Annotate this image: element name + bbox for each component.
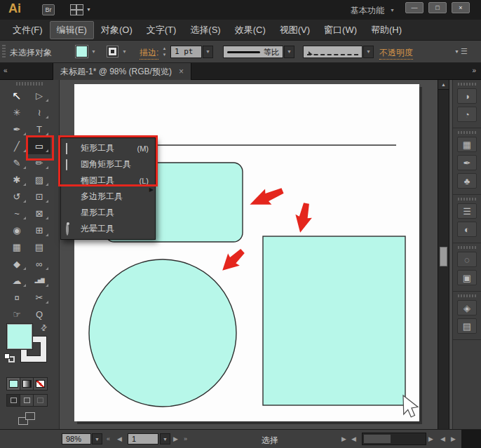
collapse-panels-icon[interactable]: » bbox=[472, 67, 476, 74]
panel-group-grip[interactable] bbox=[458, 198, 476, 201]
panel-group-grip[interactable] bbox=[458, 294, 476, 297]
panel-group-grip[interactable] bbox=[458, 131, 476, 134]
stroke-panel-link[interactable]: 描边: bbox=[140, 47, 158, 60]
document-tab[interactable]: 未标题-1* @ 98% (RGB/预览) × bbox=[53, 63, 191, 80]
flyout-item-polygon-tool[interactable]: 多边形工具 bbox=[61, 189, 155, 205]
gradient-button[interactable] bbox=[20, 378, 34, 390]
eyedropper-tool[interactable]: ◆ bbox=[6, 255, 28, 272]
draw-normal-button[interactable] bbox=[7, 395, 20, 406]
stroke-proxy-caret-icon[interactable]: ▼ bbox=[122, 49, 127, 54]
swap-fill-stroke-icon[interactable]: ⇄ bbox=[39, 323, 50, 334]
artboards-panel-icon[interactable]: ▤ bbox=[457, 318, 477, 334]
minimize-button[interactable]: — bbox=[405, 2, 424, 13]
color-guide-panel-icon[interactable]: ◔ bbox=[457, 107, 477, 122]
stroke-width-stepper[interactable]: ▲ ▼ bbox=[161, 46, 168, 57]
arrange-documents-caret-icon[interactable]: ▼ bbox=[86, 7, 91, 12]
selection-tool[interactable]: ↖ bbox=[6, 87, 28, 104]
menu-effect[interactable]: 效果(C) bbox=[228, 21, 273, 39]
document-tab-close-icon[interactable]: × bbox=[179, 67, 184, 76]
perspective-grid-tool[interactable]: ⊞ bbox=[28, 222, 50, 238]
symbols-panel-icon[interactable]: ♣ bbox=[457, 173, 477, 189]
previous-artboard-icon[interactable]: ◀ bbox=[117, 435, 122, 442]
direct-selection-tool[interactable]: ▷ bbox=[28, 87, 50, 104]
menu-type[interactable]: 文字(T) bbox=[140, 21, 184, 39]
workspace-switcher[interactable]: 基本功能 bbox=[351, 5, 384, 17]
scroll-up-icon[interactable]: ▲ bbox=[438, 80, 449, 90]
profile-caret-icon[interactable]: ▼ bbox=[284, 46, 294, 58]
default-fill-stroke-icon[interactable] bbox=[4, 353, 15, 362]
artboard-caret-icon[interactable]: ▼ bbox=[160, 433, 170, 444]
panel-group-grip[interactable] bbox=[458, 246, 476, 249]
collapse-toolbar-icon[interactable]: « bbox=[4, 67, 8, 74]
scale-tool[interactable]: ⊡ bbox=[28, 188, 50, 205]
shape-builder-tool[interactable]: ◉ bbox=[6, 222, 28, 238]
stroke-width-caret-icon[interactable]: ▼ bbox=[203, 46, 213, 58]
blob-brush-tool[interactable]: ✱ bbox=[6, 171, 28, 188]
menu-view[interactable]: 视图(V) bbox=[273, 21, 317, 39]
slice-tool[interactable]: ✂ bbox=[28, 289, 50, 306]
blend-tool[interactable]: ∞ bbox=[28, 255, 50, 272]
fill-caret-icon[interactable]: ▼ bbox=[91, 49, 96, 54]
artboard-tool[interactable]: ¤ bbox=[6, 289, 28, 306]
width-tool[interactable]: ~ bbox=[6, 205, 28, 222]
swatches-panel-icon[interactable]: ▦ bbox=[457, 137, 477, 152]
pen-tool[interactable]: ✒ bbox=[6, 121, 28, 137]
flyout-item-rectangle-tool[interactable]: 矩形工具 (M) bbox=[61, 140, 155, 156]
stepper-up-icon[interactable]: ▲ bbox=[163, 46, 167, 51]
mesh-tool[interactable]: ▦ bbox=[6, 238, 28, 255]
appearance-panel-icon[interactable]: ◌ bbox=[457, 252, 477, 267]
corner-scroll-right-icon[interactable]: ▶ bbox=[451, 435, 456, 442]
stroke-proxy-icon[interactable] bbox=[107, 46, 118, 57]
layers-panel-icon[interactable]: ◈ bbox=[457, 300, 477, 315]
circle-shape[interactable] bbox=[89, 259, 236, 407]
vertical-scrollbar[interactable]: ▲ bbox=[438, 80, 449, 429]
flyout-item-ellipse-tool[interactable]: 椭圆工具 (L) bbox=[61, 172, 155, 189]
vertical-scroll-thumb[interactable] bbox=[440, 247, 447, 266]
corner-scroll-left-icon[interactable]: ◀ bbox=[440, 435, 445, 442]
fill-color-swatch[interactable] bbox=[76, 46, 88, 57]
zoom-level-field[interactable]: 98% bbox=[62, 433, 91, 444]
menu-edit[interactable]: 编辑(E) bbox=[50, 21, 94, 39]
gradient-tool[interactable]: ▤ bbox=[28, 238, 50, 255]
workspace-caret-icon[interactable]: ▼ bbox=[390, 8, 395, 13]
menu-file[interactable]: 文件(F) bbox=[6, 21, 50, 39]
status-menu-icon[interactable]: ▶ bbox=[341, 435, 346, 442]
color-panel-icon[interactable]: ◑ bbox=[457, 88, 477, 104]
column-graph-tool[interactable]: ▂▅▇ bbox=[28, 272, 50, 289]
flyout-item-star-tool[interactable]: 星形工具 bbox=[61, 205, 155, 221]
bridge-button[interactable]: Br bbox=[42, 4, 55, 15]
width-profile-select[interactable]: 等比 bbox=[223, 46, 283, 58]
line-segment-tool[interactable]: ╱ bbox=[6, 137, 28, 154]
screen-mode-button[interactable] bbox=[18, 412, 35, 425]
rectangle-shape[interactable] bbox=[263, 236, 405, 405]
flyout-tearoff-icon[interactable]: ▶ bbox=[149, 186, 154, 193]
next-artboard-icon[interactable]: ▶ bbox=[173, 435, 178, 442]
eraser-tool[interactable]: ▨ bbox=[28, 171, 50, 188]
artboard-number-field[interactable]: 1 bbox=[128, 433, 158, 444]
control-panel-menu-button[interactable]: ▼ ☰ bbox=[454, 47, 468, 56]
free-transform-tool[interactable]: ⊠ bbox=[28, 205, 50, 222]
stepper-down-icon[interactable]: ▼ bbox=[163, 52, 167, 57]
none-button[interactable] bbox=[34, 378, 47, 390]
brushes-panel-icon[interactable]: ✒ bbox=[457, 155, 477, 170]
flyout-item-flare-tool[interactable]: 光晕工具 bbox=[61, 221, 155, 237]
brush-definition-select[interactable] bbox=[303, 46, 363, 58]
lasso-tool[interactable]: ≀ bbox=[28, 104, 50, 121]
magic-wand-tool[interactable]: ✳ bbox=[6, 104, 28, 121]
draw-behind-button[interactable] bbox=[20, 395, 34, 406]
horizontal-scrollbar[interactable] bbox=[362, 433, 426, 445]
flyout-item-rounded-rectangle-tool[interactable]: 圆角矩形工具 bbox=[61, 156, 155, 172]
color-button[interactable] bbox=[7, 378, 20, 390]
paintbrush-tool[interactable]: ✎ bbox=[6, 154, 28, 171]
menu-help[interactable]: 帮助(H) bbox=[364, 21, 409, 39]
stroke-panel-icon[interactable]: ☰ bbox=[457, 203, 477, 219]
menu-object[interactable]: 对象(O) bbox=[94, 21, 140, 39]
canvas-area[interactable]: ▲ 矩形工具 (M) 圆角矩形工具 椭圆工具 (L) bbox=[60, 80, 452, 429]
rotate-tool[interactable]: ↺ bbox=[6, 188, 28, 205]
tools-panel-grip[interactable] bbox=[16, 82, 43, 86]
graphic-styles-panel-icon[interactable]: ▣ bbox=[457, 270, 477, 285]
scroll-left-icon[interactable]: ◀ bbox=[351, 435, 356, 442]
panel-group-grip[interactable] bbox=[458, 83, 476, 86]
transparency-panel-icon[interactable]: ◐ bbox=[457, 222, 477, 237]
close-button[interactable]: × bbox=[452, 2, 470, 13]
